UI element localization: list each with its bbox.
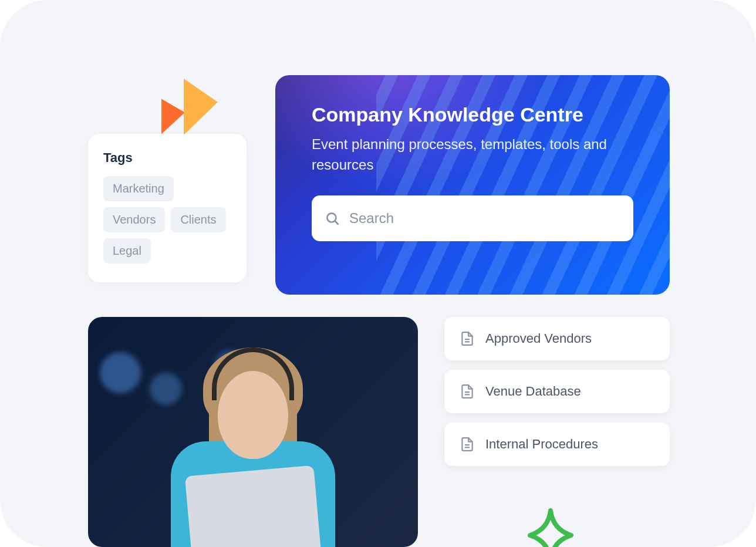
- tag-vendors[interactable]: Vendors: [103, 207, 165, 232]
- image-card: [88, 317, 418, 547]
- person-illustration: [88, 317, 418, 547]
- tags-panel: Tags Marketing Vendors Clients Legal: [88, 134, 247, 282]
- hero-panel: Company Knowledge Centre Event planning …: [275, 75, 670, 295]
- resource-label: Approved Vendors: [485, 331, 592, 346]
- search-icon: [325, 211, 340, 226]
- resource-internal-procedures[interactable]: Internal Procedures: [444, 423, 670, 466]
- resource-list: Approved Vendors Venue Database Internal…: [444, 317, 670, 466]
- resource-approved-vendors[interactable]: Approved Vendors: [444, 317, 670, 360]
- search-input[interactable]: [349, 210, 620, 227]
- tag-clients[interactable]: Clients: [171, 207, 225, 232]
- file-icon: [460, 437, 475, 452]
- page-container: Tags Marketing Vendors Clients Legal Com…: [0, 0, 756, 547]
- resource-label: Venue Database: [485, 384, 581, 399]
- search-box[interactable]: [312, 195, 633, 241]
- tag-marketing[interactable]: Marketing: [103, 176, 174, 201]
- svg-line-1: [335, 221, 338, 224]
- resource-venue-database[interactable]: Venue Database: [444, 370, 670, 413]
- tags-list: Marketing Vendors Clients Legal: [103, 176, 231, 264]
- resource-label: Internal Procedures: [485, 437, 598, 452]
- hero-subtitle: Event planning processes, templates, too…: [312, 134, 617, 175]
- file-icon: [460, 384, 475, 399]
- tags-title: Tags: [103, 150, 231, 166]
- star-icon: [521, 506, 580, 547]
- file-icon: [460, 331, 475, 346]
- tag-legal[interactable]: Legal: [103, 238, 151, 264]
- hero-title: Company Knowledge Centre: [312, 103, 633, 126]
